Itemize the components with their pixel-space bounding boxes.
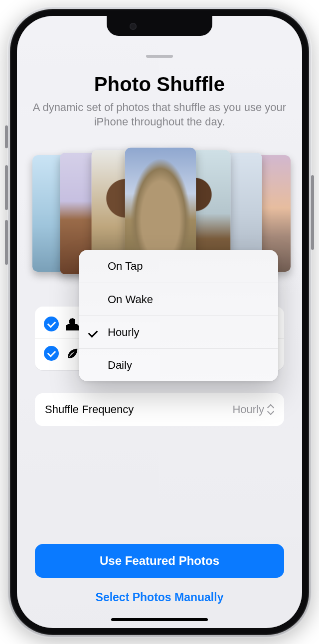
use-featured-photos-button[interactable]: Use Featured Photos <box>35 544 284 578</box>
frequency-option-on-wake[interactable]: On Wake <box>79 283 278 316</box>
home-indicator[interactable] <box>111 618 208 621</box>
screen: Photo Shuffle A dynamic set of photos th… <box>17 16 302 628</box>
checkbox-checked-icon <box>44 346 59 361</box>
menu-item-label: On Wake <box>108 293 153 306</box>
leaf-icon <box>66 347 79 360</box>
device-bezel: Photo Shuffle A dynamic set of photos th… <box>10 9 309 635</box>
page-subtitle: A dynamic set of photos that shuffle as … <box>32 101 287 129</box>
shuffle-frequency-value: Hourly <box>232 403 264 416</box>
volume-down-button <box>5 220 8 265</box>
up-down-chevron-icon <box>267 404 274 415</box>
checkbox-checked-icon <box>44 317 59 331</box>
shuffle-frequency-label: Shuffle Frequency <box>45 403 134 416</box>
volume-up-button <box>5 165 8 210</box>
frequency-option-on-tap[interactable]: On Tap <box>79 250 278 283</box>
notch <box>107 16 212 36</box>
checkmark-icon <box>88 327 98 337</box>
page-title: Photo Shuffle <box>17 73 302 96</box>
photo-shuffle-sheet: Photo Shuffle A dynamic set of photos th… <box>17 16 302 628</box>
menu-item-label: Hourly <box>108 326 140 339</box>
shuffle-frequency-row[interactable]: Shuffle Frequency Hourly <box>35 393 284 426</box>
side-button <box>311 175 314 250</box>
menu-item-label: Daily <box>108 359 132 372</box>
person-icon <box>66 318 79 330</box>
menu-item-label: On Tap <box>108 260 143 273</box>
frequency-option-hourly[interactable]: Hourly <box>79 316 278 348</box>
frequency-option-daily[interactable]: Daily <box>79 348 278 381</box>
select-photos-manually-button[interactable]: Select Photos Manually <box>35 591 284 604</box>
silence-switch <box>5 125 8 148</box>
iphone-device-frame: Photo Shuffle A dynamic set of photos th… <box>7 6 312 638</box>
frequency-popover-menu: On Tap On Wake Hourly Daily <box>79 250 278 381</box>
shuffle-frequency-value-wrapper: Hourly <box>232 403 274 416</box>
bottom-actions: Use Featured Photos Select Photos Manual… <box>35 544 284 604</box>
